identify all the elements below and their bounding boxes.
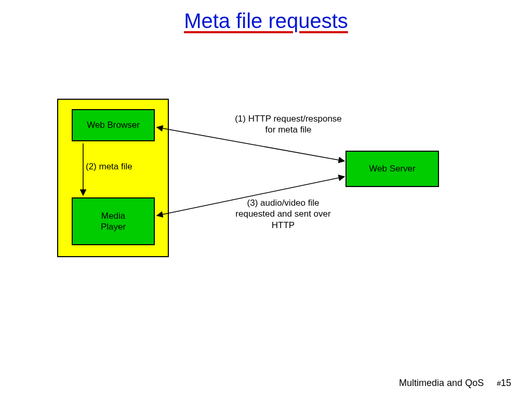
edge-2-label: (2) meta file bbox=[86, 161, 148, 172]
diagram-canvas: Web Browser MediaPlayer Web Server (1) H… bbox=[57, 99, 473, 296]
footer-page: 15 bbox=[501, 378, 511, 388]
slide-title: Meta file requests bbox=[0, 9, 532, 33]
footer: Multimedia and QoS #15 bbox=[399, 378, 511, 389]
edge-1-label: (1) HTTP request/responsefor meta file bbox=[229, 113, 348, 136]
footer-topic: Multimedia and QoS bbox=[399, 378, 484, 388]
edge-3-label: (3) audio/video filerequested and sent o… bbox=[216, 197, 351, 231]
footer-hash: # bbox=[497, 379, 501, 388]
